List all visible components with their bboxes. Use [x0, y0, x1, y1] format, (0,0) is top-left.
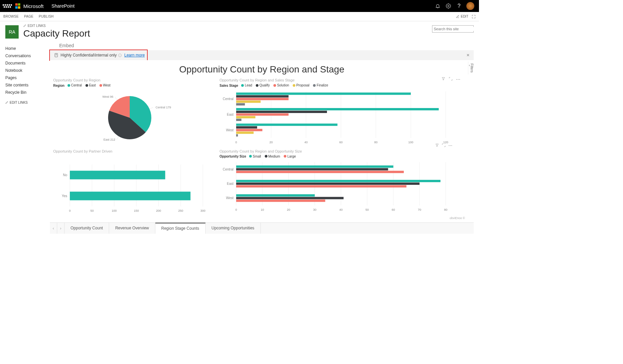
ribbon-tab-browse[interactable]: BROWSE: [3, 15, 19, 18]
learn-more-link[interactable]: Learn more: [124, 53, 145, 58]
svg-rect-83: [236, 182, 419, 185]
svg-text:Central: Central: [223, 168, 234, 171]
svg-text:200: 200: [156, 209, 161, 212]
info-icon[interactable]: [118, 54, 122, 57]
svg-rect-84: [236, 185, 406, 187]
svg-text:East: East: [227, 182, 234, 185]
svg-rect-32: [236, 113, 289, 116]
svg-rect-34: [236, 119, 241, 121]
help-icon[interactable]: ?: [454, 1, 464, 11]
nav-conversations[interactable]: Conversations: [5, 52, 50, 60]
ribbon-bar: BROWSE PAGE PUBLISH EDIT: [0, 12, 479, 21]
svg-line-5: [117, 136, 119, 139]
powerbi-report: Filters Opportunity Count by Region and …: [50, 60, 474, 246]
svg-rect-1: [55, 54, 58, 57]
partner-title: Opportunity Count by Partner Driven: [53, 149, 213, 153]
svg-rect-28: [236, 103, 245, 105]
svg-text:250: 250: [178, 209, 183, 212]
ribbon-tab-page[interactable]: PAGE: [24, 15, 33, 18]
site-logo[interactable]: RA: [5, 25, 19, 39]
filter-icon[interactable]: [435, 143, 439, 148]
svg-text:30: 30: [313, 208, 316, 211]
visual-pie-region[interactable]: Opportunity Count by Region Region Centr…: [53, 78, 213, 146]
report-page-tabs: ‹ › Opportunity Count Revenue Overview R…: [50, 222, 474, 234]
svg-text:40: 40: [304, 141, 308, 144]
sales-stage-legend: Sales Stage Lead Qualify Solution Propos…: [220, 83, 452, 87]
svg-text:300: 300: [200, 209, 205, 212]
svg-text:40: 40: [339, 208, 343, 211]
svg-line-7: [115, 97, 117, 100]
svg-text:50: 50: [90, 209, 94, 212]
report-title: Opportunity Count by Region and Stage: [50, 60, 474, 77]
svg-rect-27: [236, 100, 261, 103]
tab-opportunity-count[interactable]: Opportunity Count: [65, 223, 109, 234]
partner-chart: 050100150200250300NoYes: [53, 155, 206, 214]
ribbon-tab-publish[interactable]: PUBLISH: [39, 15, 54, 18]
sensitivity-bar: Highly Confidential\Internal only Learn …: [50, 50, 474, 60]
tab-revenue-overview[interactable]: Revenue Overview: [109, 223, 155, 234]
svg-rect-78: [236, 166, 393, 168]
svg-rect-25: [236, 95, 289, 97]
visual-bar-sales-stage[interactable]: Opportunity Count by Region and Sales St…: [220, 78, 452, 146]
search-box[interactable]: ▾ ⌕: [432, 25, 474, 33]
edit-links-top[interactable]: EDIT LINKS: [23, 24, 90, 28]
sales-stage-chart: 020406080100120CentralEastWest: [220, 89, 449, 146]
edit-links-nav[interactable]: EDIT LINKS: [5, 101, 50, 104]
opp-size-legend: Opportunity Size Small Medium Large: [220, 155, 452, 159]
svg-rect-58: [70, 191, 191, 200]
svg-text:0: 0: [69, 209, 71, 212]
svg-rect-37: [236, 126, 257, 128]
nav-documents[interactable]: Documents: [5, 60, 50, 67]
tab-region-stage-counts[interactable]: Region Stage Counts: [155, 223, 206, 234]
svg-text:60: 60: [339, 141, 343, 144]
svg-text:0: 0: [235, 208, 237, 211]
svg-text:10: 10: [261, 208, 264, 211]
svg-rect-86: [236, 194, 315, 196]
filters-panel-toggle[interactable]: Filters: [468, 61, 474, 74]
pie-title: Opportunity Count by Region: [53, 78, 213, 82]
nav-home[interactable]: Home: [5, 45, 50, 52]
microsoft-logo-icon: [15, 3, 21, 9]
app-name-label[interactable]: SharePoint: [52, 3, 75, 9]
notifications-icon[interactable]: [432, 1, 443, 11]
svg-text:Central: Central: [223, 97, 234, 101]
tab-upcoming-opportunities[interactable]: Upcoming Opportunities: [206, 223, 261, 234]
nav-pages[interactable]: Pages: [5, 74, 50, 81]
svg-text:Yes: Yes: [62, 194, 67, 197]
search-input[interactable]: [434, 27, 479, 31]
fullscreen-icon[interactable]: [472, 15, 476, 19]
svg-rect-87: [236, 197, 344, 199]
more-icon[interactable]: ⋯: [448, 143, 452, 148]
svg-point-0: [448, 5, 449, 7]
nav-recycle-bin[interactable]: Recycle Bin: [5, 89, 50, 96]
sensitivity-icon: [54, 53, 59, 58]
nav-site-contents[interactable]: Site contents: [5, 81, 50, 89]
svg-text:Central 179: Central 179: [156, 105, 171, 109]
user-avatar[interactable]: [466, 2, 474, 10]
svg-text:No: No: [63, 173, 67, 177]
svg-text:20: 20: [287, 208, 290, 211]
tab-nav-next[interactable]: ›: [57, 223, 65, 234]
settings-icon[interactable]: [443, 1, 454, 11]
brand-label: Microsoft: [23, 3, 44, 9]
svg-text:100: 100: [112, 209, 117, 212]
svg-text:80: 80: [374, 141, 378, 144]
close-sensitivity-button[interactable]: ✕: [466, 53, 470, 58]
svg-text:60: 60: [391, 208, 395, 211]
svg-line-3: [149, 107, 153, 109]
edit-page-button[interactable]: EDIT: [456, 15, 468, 18]
focus-icon[interactable]: [442, 143, 446, 148]
svg-text:East: East: [227, 113, 234, 116]
svg-rect-26: [236, 98, 289, 100]
svg-text:West: West: [226, 196, 234, 200]
visual-bar-opp-size[interactable]: ⋯ Opportunity Count by Region and Opport…: [220, 149, 452, 214]
app-launcher-icon[interactable]: [3, 1, 12, 11]
more-icon[interactable]: ⋯: [456, 77, 460, 82]
visual-bar-partner[interactable]: Opportunity Count by Partner Driven 0501…: [53, 149, 213, 214]
o365-suite-bar: Microsoft SharePoint ?: [0, 0, 479, 12]
page-title: Capacity Report: [23, 28, 90, 39]
nav-notebook[interactable]: Notebook: [5, 67, 50, 74]
svg-rect-56: [70, 171, 165, 179]
tab-nav-prev[interactable]: ‹: [50, 223, 57, 234]
svg-rect-88: [236, 199, 325, 202]
